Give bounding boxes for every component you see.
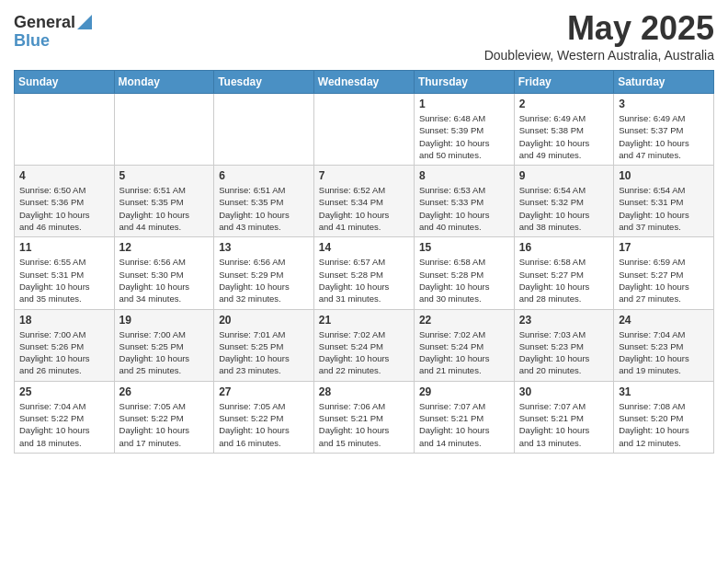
day-number: 4 xyxy=(19,169,109,182)
day-number: 23 xyxy=(519,314,609,327)
table-row: 5Sunrise: 6:51 AM Sunset: 5:35 PM Daylig… xyxy=(114,166,214,237)
day-number: 21 xyxy=(319,314,409,327)
table-row xyxy=(313,94,414,166)
table-row: 3Sunrise: 6:49 AM Sunset: 5:37 PM Daylig… xyxy=(614,94,714,166)
col-thursday: Thursday xyxy=(414,71,514,94)
day-info: Sunrise: 6:51 AM Sunset: 5:35 PM Dayligh… xyxy=(119,184,210,233)
day-info: Sunrise: 7:00 AM Sunset: 5:25 PM Dayligh… xyxy=(119,328,210,377)
day-info: Sunrise: 7:03 AM Sunset: 5:23 PM Dayligh… xyxy=(519,328,609,377)
table-row: 2Sunrise: 6:49 AM Sunset: 5:38 PM Daylig… xyxy=(514,94,613,166)
day-number: 1 xyxy=(419,98,509,110)
day-number: 19 xyxy=(119,314,210,327)
day-info: Sunrise: 6:50 AM Sunset: 5:36 PM Dayligh… xyxy=(19,184,109,233)
day-number: 15 xyxy=(419,241,509,254)
day-info: Sunrise: 7:04 AM Sunset: 5:23 PM Dayligh… xyxy=(619,328,709,377)
day-number: 13 xyxy=(219,241,309,254)
day-number: 17 xyxy=(619,241,709,254)
logo-triangle-icon xyxy=(77,15,92,29)
table-row: 26Sunrise: 7:05 AM Sunset: 5:22 PM Dayli… xyxy=(114,381,214,453)
day-number: 31 xyxy=(619,385,709,398)
svg-marker-0 xyxy=(77,15,92,29)
day-info: Sunrise: 6:51 AM Sunset: 5:35 PM Dayligh… xyxy=(219,184,309,233)
table-row: 14Sunrise: 6:57 AM Sunset: 5:28 PM Dayli… xyxy=(313,237,414,309)
calendar-week-row: 18Sunrise: 7:00 AM Sunset: 5:26 PM Dayli… xyxy=(15,309,714,381)
day-number: 3 xyxy=(619,98,709,110)
table-row: 27Sunrise: 7:05 AM Sunset: 5:22 PM Dayli… xyxy=(214,381,314,453)
table-row: 15Sunrise: 6:58 AM Sunset: 5:28 PM Dayli… xyxy=(414,237,514,309)
day-number: 16 xyxy=(519,241,609,254)
table-row: 1Sunrise: 6:48 AM Sunset: 5:39 PM Daylig… xyxy=(414,94,514,166)
day-info: Sunrise: 6:48 AM Sunset: 5:39 PM Dayligh… xyxy=(419,112,509,161)
day-info: Sunrise: 6:52 AM Sunset: 5:34 PM Dayligh… xyxy=(319,184,409,233)
header: General Blue May 2025 Doubleview, Wester… xyxy=(14,9,714,63)
day-number: 20 xyxy=(219,314,309,327)
calendar-week-row: 4Sunrise: 6:50 AM Sunset: 5:36 PM Daylig… xyxy=(15,166,714,237)
calendar-week-row: 1Sunrise: 6:48 AM Sunset: 5:39 PM Daylig… xyxy=(15,94,714,166)
table-row: 20Sunrise: 7:01 AM Sunset: 5:25 PM Dayli… xyxy=(214,309,314,381)
day-number: 22 xyxy=(419,314,509,327)
logo-blue-text: Blue xyxy=(14,32,92,51)
day-number: 8 xyxy=(419,169,509,182)
day-info: Sunrise: 7:02 AM Sunset: 5:24 PM Dayligh… xyxy=(419,328,509,377)
table-row: 28Sunrise: 7:06 AM Sunset: 5:21 PM Dayli… xyxy=(313,381,414,453)
table-row: 23Sunrise: 7:03 AM Sunset: 5:23 PM Dayli… xyxy=(514,309,613,381)
day-number: 18 xyxy=(19,314,109,327)
day-info: Sunrise: 6:53 AM Sunset: 5:33 PM Dayligh… xyxy=(419,184,509,233)
day-number: 11 xyxy=(19,241,109,254)
day-info: Sunrise: 7:07 AM Sunset: 5:21 PM Dayligh… xyxy=(419,400,509,449)
day-number: 14 xyxy=(319,241,409,254)
day-info: Sunrise: 6:59 AM Sunset: 5:27 PM Dayligh… xyxy=(619,256,709,304)
table-row: 10Sunrise: 6:54 AM Sunset: 5:31 PM Dayli… xyxy=(614,166,714,237)
day-number: 5 xyxy=(119,169,210,182)
day-info: Sunrise: 6:56 AM Sunset: 5:30 PM Dayligh… xyxy=(119,256,210,304)
table-row: 24Sunrise: 7:04 AM Sunset: 5:23 PM Dayli… xyxy=(614,309,714,381)
day-number: 27 xyxy=(219,385,309,398)
calendar-week-row: 25Sunrise: 7:04 AM Sunset: 5:22 PM Dayli… xyxy=(15,381,714,453)
table-row: 29Sunrise: 7:07 AM Sunset: 5:21 PM Dayli… xyxy=(414,381,514,453)
col-saturday: Saturday xyxy=(614,71,714,94)
col-tuesday: Tuesday xyxy=(214,71,314,94)
logo-general-text: General xyxy=(14,14,75,32)
day-info: Sunrise: 6:49 AM Sunset: 5:38 PM Dayligh… xyxy=(519,112,609,161)
calendar-header-row: Sunday Monday Tuesday Wednesday Thursday… xyxy=(15,71,714,94)
day-number: 2 xyxy=(519,98,609,110)
title-area: May 2025 Doubleview, Western Australia, … xyxy=(484,9,714,63)
table-row: 18Sunrise: 7:00 AM Sunset: 5:26 PM Dayli… xyxy=(15,309,115,381)
table-row: 31Sunrise: 7:08 AM Sunset: 5:20 PM Dayli… xyxy=(614,381,714,453)
logo: General Blue xyxy=(14,14,92,51)
table-row: 30Sunrise: 7:07 AM Sunset: 5:21 PM Dayli… xyxy=(514,381,613,453)
table-row: 22Sunrise: 7:02 AM Sunset: 5:24 PM Dayli… xyxy=(414,309,514,381)
table-row: 11Sunrise: 6:55 AM Sunset: 5:31 PM Dayli… xyxy=(15,237,115,309)
day-number: 9 xyxy=(519,169,609,182)
day-info: Sunrise: 7:05 AM Sunset: 5:22 PM Dayligh… xyxy=(119,400,210,449)
location-title: Doubleview, Western Australia, Australia xyxy=(484,48,714,63)
day-info: Sunrise: 7:04 AM Sunset: 5:22 PM Dayligh… xyxy=(19,400,109,449)
table-row xyxy=(114,94,214,166)
day-number: 25 xyxy=(19,385,109,398)
table-row: 16Sunrise: 6:58 AM Sunset: 5:27 PM Dayli… xyxy=(514,237,613,309)
table-row: 17Sunrise: 6:59 AM Sunset: 5:27 PM Dayli… xyxy=(614,237,714,309)
day-info: Sunrise: 6:54 AM Sunset: 5:31 PM Dayligh… xyxy=(619,184,709,233)
day-number: 24 xyxy=(619,314,709,327)
table-row: 13Sunrise: 6:56 AM Sunset: 5:29 PM Dayli… xyxy=(214,237,314,309)
day-info: Sunrise: 6:49 AM Sunset: 5:37 PM Dayligh… xyxy=(619,112,709,161)
table-row xyxy=(214,94,314,166)
col-sunday: Sunday xyxy=(15,71,115,94)
table-row: 8Sunrise: 6:53 AM Sunset: 5:33 PM Daylig… xyxy=(414,166,514,237)
table-row: 6Sunrise: 6:51 AM Sunset: 5:35 PM Daylig… xyxy=(214,166,314,237)
day-info: Sunrise: 7:06 AM Sunset: 5:21 PM Dayligh… xyxy=(319,400,409,449)
day-number: 6 xyxy=(219,169,309,182)
day-number: 7 xyxy=(319,169,409,182)
calendar-week-row: 11Sunrise: 6:55 AM Sunset: 5:31 PM Dayli… xyxy=(15,237,714,309)
day-info: Sunrise: 7:02 AM Sunset: 5:24 PM Dayligh… xyxy=(319,328,409,377)
day-info: Sunrise: 6:58 AM Sunset: 5:27 PM Dayligh… xyxy=(519,256,609,304)
day-info: Sunrise: 7:07 AM Sunset: 5:21 PM Dayligh… xyxy=(519,400,609,449)
day-info: Sunrise: 6:55 AM Sunset: 5:31 PM Dayligh… xyxy=(19,256,109,304)
day-info: Sunrise: 7:01 AM Sunset: 5:25 PM Dayligh… xyxy=(219,328,309,377)
day-info: Sunrise: 6:58 AM Sunset: 5:28 PM Dayligh… xyxy=(419,256,509,304)
day-info: Sunrise: 6:56 AM Sunset: 5:29 PM Dayligh… xyxy=(219,256,309,304)
day-number: 12 xyxy=(119,241,210,254)
table-row: 7Sunrise: 6:52 AM Sunset: 5:34 PM Daylig… xyxy=(313,166,414,237)
calendar: Sunday Monday Tuesday Wednesday Thursday… xyxy=(14,70,714,454)
table-row: 19Sunrise: 7:00 AM Sunset: 5:25 PM Dayli… xyxy=(114,309,214,381)
